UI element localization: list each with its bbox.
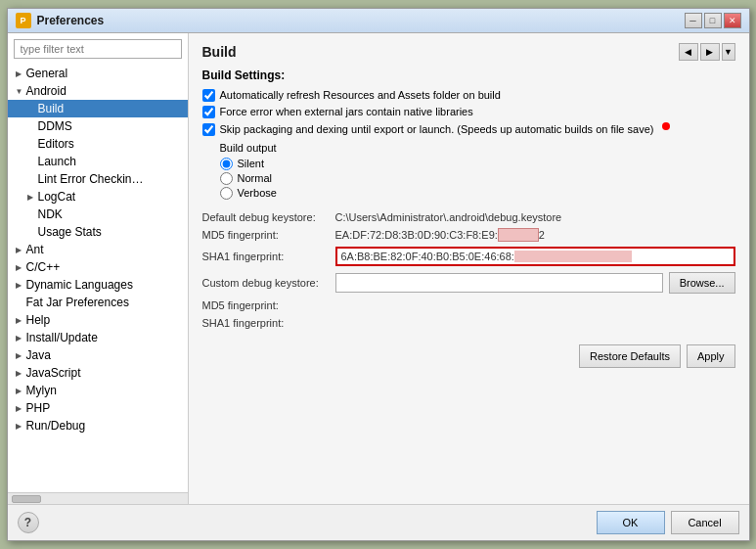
custom-sha1-row: SHA1 fingerprint:	[202, 317, 735, 329]
page-title: Build	[202, 44, 237, 60]
sidebar-item-ant[interactable]: ▶ Ant	[8, 241, 188, 258]
silent-radio[interactable]	[220, 158, 233, 170]
expand-arrow-dynamic-lang: ▶	[16, 281, 23, 290]
auto-refresh-row: Automatically refresh Resources and Asse…	[202, 88, 735, 102]
silent-radio-row: Silent	[220, 158, 735, 170]
sidebar-item-label: C/C++	[26, 260, 61, 274]
verbose-label: Verbose	[238, 187, 277, 199]
build-output-label: Build output	[220, 142, 735, 154]
sidebar-item-label: JavaScript	[26, 366, 81, 380]
sidebar-item-editors[interactable]: Editors	[8, 135, 188, 153]
expand-arrow-java: ▶	[16, 351, 23, 360]
custom-keystore-input[interactable]	[335, 273, 663, 293]
expand-arrow-javascript: ▶	[16, 369, 23, 378]
expand-arrow-run-debug: ▶	[16, 422, 23, 431]
right-header: Build ◀ ▶ ▼	[202, 43, 735, 61]
custom-md5-row: MD5 fingerprint:	[202, 299, 735, 311]
browse-button[interactable]: Browse...	[669, 272, 735, 294]
minimize-button[interactable]: ─	[685, 13, 702, 28]
sidebar-item-general[interactable]: ▶ General	[8, 65, 188, 82]
left-panel: ▶ General ▼ Android Build	[8, 33, 189, 504]
md5-row: MD5 fingerprint: EA:DF:72:D8:3B:0D:90:C3…	[202, 229, 735, 241]
window-title: Preferences	[37, 14, 679, 27]
sidebar-item-android[interactable]: ▼ Android	[8, 82, 188, 100]
custom-keystore-row: Custom debug keystore: Browse...	[202, 272, 735, 294]
nav-dropdown-button[interactable]: ▼	[722, 43, 735, 61]
sha1-value: 6A:B8:BE:82:0F:40:B0:B5:0E:46:68:	[335, 247, 735, 266]
title-bar: P Preferences ─ □ ✕	[8, 9, 749, 33]
sidebar-item-label: Usage Stats	[38, 225, 102, 239]
app-icon: P	[16, 13, 31, 28]
sidebar-item-launch[interactable]: Launch	[8, 153, 188, 170]
expand-arrow-install-update: ▶	[16, 334, 23, 343]
preferences-dialog: P Preferences ─ □ ✕ ▶ General	[7, 8, 750, 541]
red-dot-indicator	[662, 122, 670, 130]
normal-radio-row: Normal	[220, 172, 735, 185]
force-error-checkbox[interactable]	[202, 106, 215, 118]
default-keystore-label: Default debug keystore:	[202, 211, 330, 223]
verbose-radio[interactable]	[220, 187, 233, 200]
normal-label: Normal	[238, 172, 272, 184]
md5-value: EA:DF:72:D8:3B:0D:90:C3:F8:E9:2	[335, 229, 735, 241]
sidebar-item-java[interactable]: ▶ Java	[8, 346, 188, 364]
sidebar-item-label: Dynamic Languages	[26, 278, 133, 292]
silent-label: Silent	[238, 158, 265, 169]
sidebar-item-label: Install/Update	[26, 331, 98, 344]
default-keystore-value: C:\Users\Administrator\.android\debug.ke…	[335, 211, 735, 223]
sidebar-item-install-update[interactable]: ▶ Install/Update	[8, 329, 188, 346]
sidebar-item-run-debug[interactable]: ▶ Run/Debug	[8, 417, 188, 435]
sidebar-item-label: LogCat	[38, 190, 76, 204]
normal-radio[interactable]	[220, 172, 233, 185]
sidebar-item-lint-error[interactable]: Lint Error Checkin…	[8, 170, 188, 188]
sidebar-item-cpp[interactable]: ▶ C/C++	[8, 258, 188, 276]
back-nav-button[interactable]: ◀	[679, 43, 698, 61]
force-error-label: Force error when external jars contain n…	[220, 105, 473, 118]
sidebar-item-php[interactable]: ▶ PHP	[8, 399, 188, 417]
cancel-button[interactable]: Cancel	[671, 511, 739, 534]
build-settings-label: Build Settings:	[202, 69, 735, 82]
restore-defaults-button[interactable]: Restore Defaults	[579, 344, 681, 368]
sidebar-item-label: Fat Jar Preferences	[26, 296, 129, 309]
sidebar-item-dynamic-languages[interactable]: ▶ Dynamic Languages	[8, 276, 188, 294]
sidebar-item-build[interactable]: Build	[8, 100, 188, 117]
restore-button[interactable]: □	[704, 13, 722, 28]
sidebar-item-label: DDMS	[38, 119, 72, 133]
auto-refresh-checkbox[interactable]	[202, 89, 215, 102]
md5-label: MD5 fingerprint:	[202, 229, 330, 241]
sidebar-item-label: General	[26, 67, 68, 80]
window-controls: ─ □ ✕	[685, 13, 741, 28]
sidebar-item-label: Launch	[38, 155, 76, 168]
sidebar-item-usage-stats[interactable]: Usage Stats	[8, 223, 188, 241]
expand-arrow-cpp: ▶	[16, 263, 23, 272]
dialog-footer: ? OK Cancel	[8, 504, 749, 540]
expand-arrow-mylyn: ▶	[16, 387, 23, 395]
expand-arrow-ant: ▶	[16, 246, 23, 254]
apply-button[interactable]: Apply	[687, 344, 735, 368]
sidebar-item-fat-jar[interactable]: Fat Jar Preferences	[8, 294, 188, 311]
sidebar-item-javascript[interactable]: ▶ JavaScript	[8, 364, 188, 382]
skip-packaging-checkbox[interactable]	[202, 123, 215, 136]
expand-arrow-android: ▼	[16, 87, 23, 96]
build-settings-section: Build Settings: Automatically refresh Re…	[202, 69, 735, 202]
custom-keystore-label: Custom debug keystore:	[202, 277, 330, 289]
expand-arrow-general: ▶	[16, 69, 23, 78]
sidebar-item-label: Run/Debug	[26, 419, 86, 433]
expand-arrow-logcat: ▶	[27, 193, 35, 202]
right-panel: Build ◀ ▶ ▼ Build Settings: Automaticall…	[189, 33, 749, 504]
sidebar-item-label: Mylyn	[26, 384, 57, 397]
sidebar-item-label: Help	[26, 313, 51, 327]
sidebar-item-help[interactable]: ▶ Help	[8, 311, 188, 329]
sidebar-item-ddms[interactable]: DDMS	[8, 117, 188, 135]
custom-sha1-label: SHA1 fingerprint:	[202, 317, 330, 329]
sidebar-item-mylyn[interactable]: ▶ Mylyn	[8, 382, 188, 399]
keystore-section: Default debug keystore: C:\Users\Adminis…	[202, 211, 735, 335]
help-button[interactable]: ?	[18, 512, 39, 533]
sidebar-item-ndk[interactable]: NDK	[8, 206, 188, 223]
search-input[interactable]	[14, 39, 182, 59]
close-button[interactable]: ✕	[724, 13, 741, 28]
bottom-right-buttons: Restore Defaults Apply	[202, 344, 735, 368]
ok-button[interactable]: OK	[597, 511, 665, 534]
forward-nav-button[interactable]: ▶	[700, 43, 720, 61]
custom-md5-label: MD5 fingerprint:	[202, 299, 330, 311]
sidebar-item-logcat[interactable]: ▶ LogCat	[8, 188, 188, 206]
